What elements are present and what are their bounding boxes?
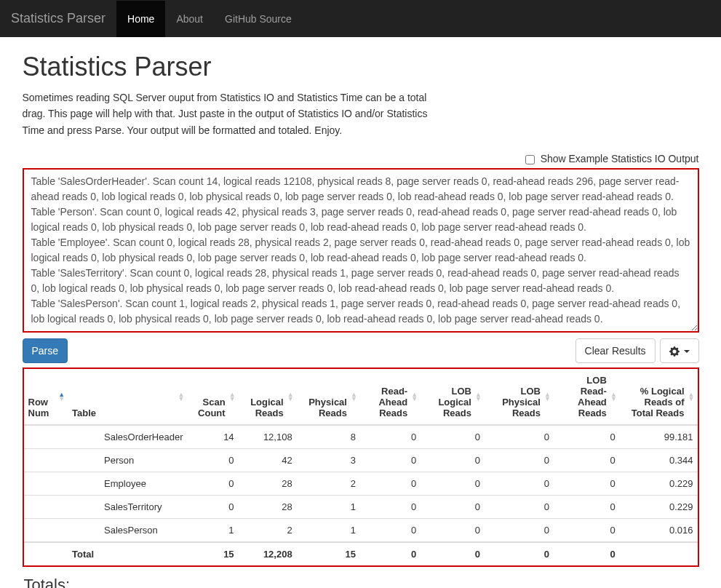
input-area-wrap	[23, 168, 699, 333]
cell-physical: 1	[297, 519, 360, 543]
cell-physical: 1	[297, 496, 360, 519]
cell-lobreadahead: 0	[554, 472, 620, 496]
cell-lobreadahead: 0	[554, 542, 620, 565]
cell-logical: 42	[239, 449, 297, 472]
cell-lobphysical: 0	[485, 449, 554, 472]
parse-button[interactable]: Parse	[23, 338, 68, 363]
col-rownum[interactable]: Row Num▲▼	[24, 369, 68, 425]
cell-rownum	[24, 542, 68, 565]
page-intro: Sometimes reading SQL Server ouput from …	[23, 90, 430, 138]
cell-loblogical: 0	[421, 449, 485, 472]
cell-scan: 0	[187, 449, 238, 472]
nav-home[interactable]: Home	[116, 1, 165, 37]
col-loblogical[interactable]: LOB Logical Reads▲▼	[421, 369, 485, 425]
cell-scan: 15	[187, 542, 238, 565]
col-logical[interactable]: Logical Reads▲▼	[239, 369, 297, 425]
cell-table: SalesTerritory	[68, 496, 187, 519]
cell-rownum	[24, 519, 68, 543]
col-pct[interactable]: % Logical Reads of Total Reads▲▼	[620, 369, 698, 425]
cell-lobreadahead: 0	[554, 425, 620, 449]
gear-icon	[669, 345, 682, 357]
cell-logical: 28	[239, 472, 297, 496]
cell-physical: 2	[297, 472, 360, 496]
navbar-brand[interactable]: Statistics Parser	[11, 0, 116, 37]
cell-logical: 12,108	[239, 425, 297, 449]
cell-pct: 0.229	[620, 496, 698, 519]
cell-scan: 0	[187, 472, 238, 496]
cell-logical: 28	[239, 496, 297, 519]
cell-lobphysical: 0	[485, 425, 554, 449]
cell-scan: 0	[187, 496, 238, 519]
cell-pct: 0.016	[620, 519, 698, 543]
col-lobreadahead[interactable]: LOB Read-Ahead Reads▲▼	[554, 369, 620, 425]
show-example-text: Show Example Statistics IO Output	[541, 153, 699, 164]
navbar: Statistics Parser Home About GitHub Sour…	[0, 0, 721, 37]
cell-physical: 8	[297, 425, 360, 449]
col-scancount[interactable]: Scan Count▲▼	[187, 369, 238, 425]
cell-logical: 12,208	[239, 542, 297, 565]
col-readahead[interactable]: Read-Ahead Reads▲▼	[360, 369, 421, 425]
page-title: Statistics Parser	[23, 52, 699, 82]
cell-scan: 14	[187, 425, 238, 449]
cell-physical: 3	[297, 449, 360, 472]
results-table: Row Num▲▼ Table▲▼ Scan Count▲▼ Logical R…	[24, 369, 698, 565]
cell-scan: 1	[187, 519, 238, 543]
cell-lobreadahead: 0	[554, 519, 620, 543]
cell-logical: 2	[239, 519, 297, 543]
navbar-nav: Home About GitHub Source	[116, 1, 303, 37]
nav-github[interactable]: GitHub Source	[214, 1, 303, 37]
cell-pct	[620, 542, 698, 565]
cell-table: Employee	[68, 472, 187, 496]
cell-readahead: 0	[360, 496, 421, 519]
results-table-wrap: Row Num▲▼ Table▲▼ Scan Count▲▼ Logical R…	[23, 368, 699, 567]
clear-results-button[interactable]: Clear Results	[575, 338, 656, 363]
cell-table: SalesPerson	[68, 519, 187, 543]
cell-lobphysical: 0	[485, 542, 554, 565]
cell-rownum	[24, 425, 68, 449]
cell-rownum	[24, 472, 68, 496]
table-row-total: Total1512,208150000	[24, 542, 698, 565]
table-row: SalesTerritory028100000.229	[24, 496, 698, 519]
col-lobphysical[interactable]: LOB Physical Reads▲▼	[485, 369, 554, 425]
cell-table: Total	[68, 542, 187, 565]
cell-readahead: 0	[360, 425, 421, 449]
cell-lobphysical: 0	[485, 472, 554, 496]
table-row: SalesPerson12100000.016	[24, 519, 698, 543]
statistics-input[interactable]	[24, 170, 698, 331]
table-row: SalesOrderHeader1412,1088000099.181	[24, 425, 698, 449]
cell-rownum	[24, 449, 68, 472]
cell-table: Person	[68, 449, 187, 472]
cell-loblogical: 0	[421, 542, 485, 565]
col-physical[interactable]: Physical Reads▲▼	[297, 369, 360, 425]
show-example-label[interactable]: Show Example Statistics IO Output	[525, 153, 699, 164]
cell-lobphysical: 0	[485, 496, 554, 519]
cell-loblogical: 0	[421, 496, 485, 519]
cell-physical: 15	[297, 542, 360, 565]
cell-loblogical: 0	[421, 425, 485, 449]
settings-dropdown-button[interactable]	[660, 338, 699, 363]
cell-lobreadahead: 0	[554, 496, 620, 519]
cell-readahead: 0	[360, 449, 421, 472]
cell-pct: 99.181	[620, 425, 698, 449]
show-example-checkbox[interactable]	[525, 155, 535, 164]
col-table[interactable]: Table▲▼	[68, 369, 187, 425]
cell-table: SalesOrderHeader	[68, 425, 187, 449]
cell-readahead: 0	[360, 542, 421, 565]
totals-heading: Totals:	[24, 576, 699, 588]
cell-lobphysical: 0	[485, 519, 554, 543]
cell-lobreadahead: 0	[554, 449, 620, 472]
cell-pct: 0.344	[620, 449, 698, 472]
cell-readahead: 0	[360, 472, 421, 496]
cell-pct: 0.229	[620, 472, 698, 496]
table-row: Employee028200000.229	[24, 472, 698, 496]
cell-loblogical: 0	[421, 472, 485, 496]
cell-readahead: 0	[360, 519, 421, 543]
table-row: Person042300000.344	[24, 449, 698, 472]
nav-about[interactable]: About	[165, 1, 214, 37]
caret-down-icon	[684, 350, 690, 353]
cell-rownum	[24, 496, 68, 519]
cell-loblogical: 0	[421, 519, 485, 543]
